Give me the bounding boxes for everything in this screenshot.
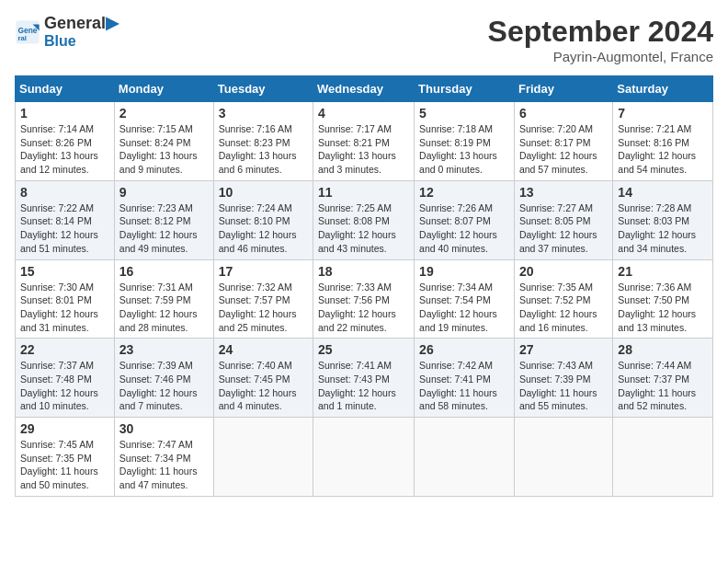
day-info: Sunrise: 7:33 AM Sunset: 7:56 PM Dayligh… <box>318 281 409 335</box>
day-info: Sunrise: 7:21 AM Sunset: 8:16 PM Dayligh… <box>618 122 708 177</box>
calendar-table: SundayMondayTuesdayWednesdayThursdayFrid… <box>15 75 713 497</box>
calendar-cell: 21Sunrise: 7:36 AM Sunset: 7:50 PM Dayli… <box>613 259 713 339</box>
calendar-cell: 27Sunrise: 7:43 AM Sunset: 7:39 PM Dayli… <box>514 339 612 418</box>
day-number: 5 <box>419 106 509 121</box>
calendar-cell: 14Sunrise: 7:28 AM Sunset: 8:03 PM Dayli… <box>613 180 713 259</box>
day-number: 10 <box>219 185 308 200</box>
calendar-cell: 29Sunrise: 7:45 AM Sunset: 7:35 PM Dayli… <box>16 418 115 497</box>
day-info: Sunrise: 7:36 AM Sunset: 7:50 PM Dayligh… <box>618 281 708 335</box>
day-header-saturday: Saturday <box>613 76 713 102</box>
calendar-cell: 8Sunrise: 7:22 AM Sunset: 8:14 PM Daylig… <box>16 180 115 259</box>
page-header: Gene ral General ▶ Blue September 2024 P… <box>15 15 713 64</box>
calendar-cell <box>613 418 713 497</box>
calendar-header-row: SundayMondayTuesdayWednesdayThursdayFrid… <box>16 76 713 102</box>
calendar-cell: 16Sunrise: 7:31 AM Sunset: 7:59 PM Dayli… <box>114 259 213 339</box>
calendar-cell: 19Sunrise: 7:34 AM Sunset: 7:54 PM Dayli… <box>415 259 515 339</box>
day-number: 23 <box>119 342 209 357</box>
calendar-cell: 2Sunrise: 7:15 AM Sunset: 8:24 PM Daylig… <box>114 102 213 181</box>
day-header-thursday: Thursday <box>415 76 515 102</box>
day-number: 7 <box>618 106 708 121</box>
day-info: Sunrise: 7:43 AM Sunset: 7:39 PM Dayligh… <box>519 359 608 413</box>
day-info: Sunrise: 7:41 AM Sunset: 7:43 PM Dayligh… <box>318 359 409 413</box>
day-number: 1 <box>20 106 109 121</box>
day-number: 22 <box>20 342 109 357</box>
day-info: Sunrise: 7:23 AM Sunset: 8:12 PM Dayligh… <box>119 201 209 256</box>
calendar-cell: 24Sunrise: 7:40 AM Sunset: 7:45 PM Dayli… <box>213 339 313 418</box>
day-number: 29 <box>20 421 109 436</box>
calendar-cell: 7Sunrise: 7:21 AM Sunset: 8:16 PM Daylig… <box>613 102 713 181</box>
calendar-cell: 30Sunrise: 7:47 AM Sunset: 7:34 PM Dayli… <box>114 418 213 497</box>
day-info: Sunrise: 7:30 AM Sunset: 8:01 PM Dayligh… <box>20 281 109 335</box>
day-number: 27 <box>519 342 608 357</box>
day-number: 25 <box>318 342 409 357</box>
day-number: 8 <box>20 185 109 200</box>
day-info: Sunrise: 7:42 AM Sunset: 7:41 PM Dayligh… <box>419 359 509 413</box>
day-info: Sunrise: 7:47 AM Sunset: 7:34 PM Dayligh… <box>119 438 209 492</box>
calendar-cell: 18Sunrise: 7:33 AM Sunset: 7:56 PM Dayli… <box>313 259 415 339</box>
day-info: Sunrise: 7:22 AM Sunset: 8:14 PM Dayligh… <box>20 201 109 256</box>
calendar-cell: 4Sunrise: 7:17 AM Sunset: 8:21 PM Daylig… <box>313 102 415 181</box>
calendar-cell <box>514 418 612 497</box>
calendar-cell: 22Sunrise: 7:37 AM Sunset: 7:48 PM Dayli… <box>16 339 115 418</box>
calendar-cell: 25Sunrise: 7:41 AM Sunset: 7:43 PM Dayli… <box>313 339 415 418</box>
day-number: 9 <box>119 185 209 200</box>
day-number: 14 <box>618 185 708 200</box>
calendar-cell: 13Sunrise: 7:27 AM Sunset: 8:05 PM Dayli… <box>514 180 612 259</box>
day-number: 26 <box>419 342 509 357</box>
logo-text-line2: Blue <box>44 33 119 50</box>
day-info: Sunrise: 7:39 AM Sunset: 7:46 PM Dayligh… <box>119 359 209 413</box>
day-header-tuesday: Tuesday <box>213 76 313 102</box>
day-info: Sunrise: 7:40 AM Sunset: 7:45 PM Dayligh… <box>219 359 308 413</box>
calendar-cell: 10Sunrise: 7:24 AM Sunset: 8:10 PM Dayli… <box>213 180 313 259</box>
calendar-week-5: 29Sunrise: 7:45 AM Sunset: 7:35 PM Dayli… <box>16 418 713 497</box>
day-header-wednesday: Wednesday <box>313 76 415 102</box>
day-number: 24 <box>219 342 308 357</box>
day-number: 30 <box>119 421 209 436</box>
day-info: Sunrise: 7:32 AM Sunset: 7:57 PM Dayligh… <box>219 281 308 335</box>
day-number: 17 <box>219 264 308 279</box>
day-info: Sunrise: 7:31 AM Sunset: 7:59 PM Dayligh… <box>119 281 209 335</box>
day-number: 21 <box>618 264 708 279</box>
day-header-sunday: Sunday <box>16 76 115 102</box>
logo: Gene ral General ▶ Blue <box>15 15 119 49</box>
calendar-cell: 12Sunrise: 7:26 AM Sunset: 8:07 PM Dayli… <box>415 180 515 259</box>
day-number: 18 <box>318 264 409 279</box>
logo-text-line1: General <box>44 15 106 33</box>
day-info: Sunrise: 7:26 AM Sunset: 8:07 PM Dayligh… <box>419 201 509 256</box>
calendar-week-1: 1Sunrise: 7:14 AM Sunset: 8:26 PM Daylig… <box>16 102 713 181</box>
logo-icon-arrow: ▶ <box>106 15 119 33</box>
day-info: Sunrise: 7:16 AM Sunset: 8:23 PM Dayligh… <box>219 122 308 177</box>
month-title: September 2024 <box>488 15 713 49</box>
day-info: Sunrise: 7:27 AM Sunset: 8:05 PM Dayligh… <box>519 201 608 256</box>
day-info: Sunrise: 7:15 AM Sunset: 8:24 PM Dayligh… <box>119 122 209 177</box>
calendar-cell <box>213 418 313 497</box>
title-block: September 2024 Payrin-Augmontel, France <box>488 15 713 64</box>
calendar-cell <box>313 418 415 497</box>
calendar-cell: 5Sunrise: 7:18 AM Sunset: 8:19 PM Daylig… <box>415 102 515 181</box>
day-info: Sunrise: 7:28 AM Sunset: 8:03 PM Dayligh… <box>618 201 708 256</box>
day-number: 19 <box>419 264 509 279</box>
location-title: Payrin-Augmontel, France <box>488 49 713 64</box>
day-number: 12 <box>419 185 509 200</box>
calendar-cell: 17Sunrise: 7:32 AM Sunset: 7:57 PM Dayli… <box>213 259 313 339</box>
day-info: Sunrise: 7:17 AM Sunset: 8:21 PM Dayligh… <box>318 122 409 177</box>
day-number: 15 <box>20 264 109 279</box>
day-number: 11 <box>318 185 409 200</box>
day-info: Sunrise: 7:20 AM Sunset: 8:17 PM Dayligh… <box>519 122 608 177</box>
day-number: 3 <box>219 106 308 121</box>
day-info: Sunrise: 7:25 AM Sunset: 8:08 PM Dayligh… <box>318 201 409 256</box>
calendar-cell: 11Sunrise: 7:25 AM Sunset: 8:08 PM Dayli… <box>313 180 415 259</box>
day-header-friday: Friday <box>514 76 612 102</box>
day-number: 2 <box>119 106 209 121</box>
logo-icon: Gene ral <box>15 19 40 45</box>
day-number: 13 <box>519 185 608 200</box>
day-number: 16 <box>119 264 209 279</box>
day-header-monday: Monday <box>114 76 213 102</box>
day-info: Sunrise: 7:18 AM Sunset: 8:19 PM Dayligh… <box>419 122 509 177</box>
calendar-cell: 9Sunrise: 7:23 AM Sunset: 8:12 PM Daylig… <box>114 180 213 259</box>
calendar-week-4: 22Sunrise: 7:37 AM Sunset: 7:48 PM Dayli… <box>16 339 713 418</box>
calendar-cell: 20Sunrise: 7:35 AM Sunset: 7:52 PM Dayli… <box>514 259 612 339</box>
calendar-cell: 3Sunrise: 7:16 AM Sunset: 8:23 PM Daylig… <box>213 102 313 181</box>
calendar-week-3: 15Sunrise: 7:30 AM Sunset: 8:01 PM Dayli… <box>16 259 713 339</box>
day-number: 28 <box>618 342 708 357</box>
